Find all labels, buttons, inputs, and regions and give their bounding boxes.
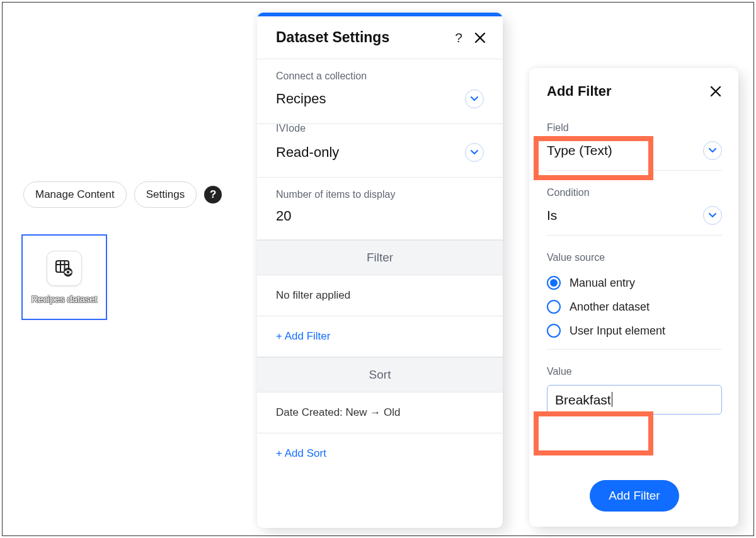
mode-value: Read-only (276, 144, 339, 161)
radio-icon (547, 276, 561, 290)
radio-label: Manual entry (570, 277, 635, 290)
mode-label-clipped: IVIode (257, 123, 503, 134)
value-source-group: Value source Manual entry Another datase… (547, 252, 722, 350)
app-frame: Manage Content Settings ? Recipes datase… (2, 2, 754, 536)
connect-collection-value: Recipes (276, 91, 326, 107)
add-filter-link[interactable]: + Add Filter (257, 316, 503, 357)
value-source-label: Value source (547, 252, 722, 263)
field-group[interactable]: Field Type (Text) (547, 122, 722, 171)
add-filter-button[interactable]: Add Filter (590, 480, 679, 512)
dataset-icon (47, 251, 82, 286)
radio-icon (547, 324, 561, 338)
dataset-element-selected[interactable]: Recipes dataset (21, 234, 107, 320)
close-icon[interactable] (474, 31, 486, 44)
sort-heading: Sort (257, 357, 503, 392)
chevron-down-icon[interactable] (703, 206, 722, 225)
field-value: Type (Text) (547, 143, 612, 158)
filter-status: No filter applied (257, 275, 503, 316)
connect-collection-label: Connect a collection (276, 71, 484, 82)
chevron-down-icon[interactable] (465, 89, 484, 108)
radio-icon (547, 300, 561, 314)
condition-value: Is (547, 208, 557, 223)
value-source-option-manual[interactable]: Manual entry (547, 271, 722, 295)
dataset-settings-panel: Dataset Settings ? Connect a collection … (257, 13, 503, 528)
add-filter-panel: Add Filter Field Type (Text) Condition I… (529, 68, 738, 527)
element-toolbar: Manage Content Settings ? (23, 181, 222, 208)
panel-title: Dataset Settings (276, 29, 389, 46)
mode-section[interactable]: Read-only (257, 139, 503, 178)
value-group: Value Breakfast (547, 366, 722, 415)
add-filter-title: Add Filter (547, 83, 612, 100)
condition-group[interactable]: Condition Is (547, 187, 722, 236)
add-filter-header: Add Filter (547, 83, 722, 100)
radio-label: Another dataset (570, 300, 650, 314)
add-sort-link[interactable]: + Add Sort (257, 433, 503, 474)
filter-heading: Filter (257, 240, 503, 275)
settings-button[interactable]: Settings (134, 181, 197, 208)
items-to-display-label: Number of items to display (276, 189, 484, 200)
chevron-down-icon[interactable] (703, 141, 722, 160)
panel-help-icon[interactable]: ? (455, 30, 462, 45)
connect-collection-section[interactable]: Connect a collection Recipes (257, 59, 503, 124)
panel-header: Dataset Settings ? (257, 16, 503, 59)
sort-status: Date Created: New → Old (257, 392, 503, 433)
value-source-option-user-input[interactable]: User Input element (547, 319, 722, 343)
condition-label: Condition (547, 187, 722, 198)
value-label: Value (547, 366, 722, 377)
field-label: Field (547, 122, 722, 134)
text-caret (612, 392, 612, 407)
items-to-display-value: 20 (276, 208, 484, 224)
dataset-element-label: Recipes dataset (32, 294, 98, 304)
chevron-down-icon[interactable] (465, 143, 484, 162)
value-source-option-another-dataset[interactable]: Another dataset (547, 295, 722, 319)
radio-label: User Input element (570, 324, 665, 338)
manage-content-button[interactable]: Manage Content (23, 181, 127, 208)
items-to-display-section[interactable]: Number of items to display 20 (257, 178, 503, 240)
help-icon[interactable]: ? (204, 186, 222, 203)
close-icon[interactable] (709, 85, 722, 98)
value-input[interactable]: Breakfast (547, 385, 722, 415)
